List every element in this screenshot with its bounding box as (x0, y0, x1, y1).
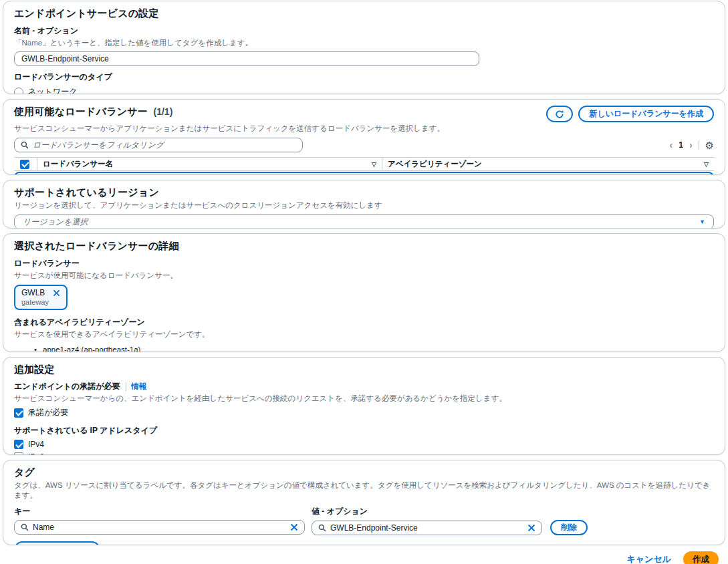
create-endpoint-service-page: エンドポイントサービスの設定 名前 - オプション 「Name」というキーと、指… (0, 0, 728, 564)
radio-network[interactable]: ネットワーク (14, 86, 714, 94)
endpoint-settings-title: エンドポイントサービスの設定 (14, 7, 714, 20)
refresh-button[interactable] (546, 106, 573, 122)
create-button[interactable]: 作成 (683, 551, 719, 564)
filter-row: ‹ 1 › ⚙ (14, 138, 714, 152)
included-az-hint: サービスを使用できるアベイラビリティーゾーンです。 (14, 329, 714, 339)
acceptance-checkbox[interactable] (14, 408, 23, 418)
included-az-label: 含まれるアベイラビリティーゾーン (14, 317, 714, 328)
acceptance-checkbox-row[interactable]: 承諾が必要 (14, 407, 714, 418)
available-lb-card: 使用可能なロードバランサー (1/1) 新しいロードバランサーを作成 サービスコ… (3, 99, 725, 175)
supported-regions-title: サポートされているリージョン (14, 186, 714, 199)
lb-token-top: GWLB (21, 288, 60, 297)
lb-filter-input[interactable] (33, 140, 296, 150)
tags-card: タグ タグは、AWS リソースに割り当てるラベルです。各タグはキーとオプションの… (3, 460, 725, 545)
header-checkbox-cell (14, 158, 37, 170)
tag-value-column: 値 - オプション 削除 (312, 502, 588, 535)
create-lb-button[interactable]: 新しいロードバランサーを作成 (578, 106, 714, 122)
ipv4-checkbox-row[interactable]: IPv4 (14, 440, 714, 449)
radio-network-label: ネットワーク (28, 86, 77, 94)
ipv4-label: IPv4 (28, 440, 44, 449)
acceptance-checkbox-label: 承諾が必要 (28, 407, 68, 418)
tag-key-input[interactable] (33, 523, 286, 532)
available-lb-title-group: 使用可能なロードバランサー (1/1) (14, 106, 172, 118)
search-icon (21, 523, 29, 531)
tag-value-label: 値 - オプション (312, 506, 588, 517)
available-lb-counter: (1/1) (154, 106, 173, 117)
info-link[interactable]: 情報 (132, 382, 147, 392)
lb-token: GWLB gateway (14, 285, 68, 310)
tag-key-box (14, 520, 305, 535)
name-hint: 「Name」というキーと、指定した値を使用してタグを作成します。 (14, 38, 714, 48)
acceptance-label-row: エンドポイントの承諾が必要 情報 (14, 381, 714, 392)
table-settings-gear-icon[interactable]: ⚙ (705, 140, 714, 150)
additional-settings-title: 追加設定 (14, 364, 714, 376)
lb-type-label: ロードバランサーのタイプ (14, 72, 714, 83)
ipv6-checkbox-row[interactable]: IPv6 (14, 452, 714, 455)
lb-table: ロードバランサー名 ▽ アベイラビリティーゾーン ▽ GWLB apne1-az… (14, 157, 714, 175)
tags-description: タグは、AWS リソースに割り当てるラベルです。各タグはキーとオプションの値で構… (14, 480, 714, 501)
remove-tag-button[interactable]: 削除 (550, 520, 588, 535)
page-number[interactable]: 1 (679, 140, 683, 150)
cancel-button[interactable]: キャンセル (626, 553, 671, 564)
acceptance-hint: サービスコンシューマーからの、エンドポイントを経由したサービスへの接続のリクエス… (14, 394, 714, 404)
chevron-down-icon: ▼ (699, 219, 705, 225)
lb-label: ロードバランサー (14, 258, 714, 269)
row-checkbox-cell (15, 175, 38, 176)
acceptance-label: エンドポイントの承諾が必要 (14, 381, 120, 392)
pagination: ‹ 1 › ⚙ (670, 140, 714, 150)
footer-actions: キャンセル 作成 (3, 550, 725, 564)
ipv4-checkbox[interactable] (14, 440, 23, 449)
lb-table-row[interactable]: GWLB apne1-az4 (ap-northeast-1a) (14, 172, 714, 175)
supported-regions-card: サポートされているリージョン リージョンを選択して、アプリケーションまたはサービ… (3, 180, 725, 229)
selected-lb-details-title: 選択されたロードバランサーの詳細 (14, 240, 714, 253)
column-az: アベイラビリティーゾーン ▽ (382, 158, 714, 170)
bullet-icon: • (34, 345, 37, 352)
available-lb-title: 使用可能なロードバランサー (14, 106, 148, 117)
search-icon (318, 524, 326, 532)
pagination-divider (699, 141, 699, 150)
clear-key-icon[interactable] (290, 523, 298, 531)
clear-value-icon[interactable] (527, 524, 535, 532)
supported-regions-description: リージョンを選択して、アプリケーションまたはサービスへのクロスリージョンアクセス… (14, 200, 714, 210)
remove-token-icon[interactable] (53, 289, 60, 297)
prev-page-button[interactable]: ‹ (670, 140, 673, 150)
ipv6-checkbox[interactable] (14, 452, 23, 455)
tag-value-input[interactable] (330, 523, 523, 533)
available-lb-actions: 新しいロードバランサーを作成 (546, 106, 714, 122)
lb-hint: サービスが使用可能になるロードバランサー。 (14, 271, 714, 281)
radio-unselected-icon[interactable] (14, 88, 23, 95)
selected-lb-details-card: 選択されたロードバランサーの詳細 ロードバランサー サービスが使用可能になるロー… (3, 233, 725, 352)
az-list-item: • apne1-az4 (ap-northeast-1a) (34, 345, 714, 352)
name-input[interactable] (14, 51, 479, 66)
search-icon (21, 141, 29, 149)
tags-title: タグ (14, 466, 714, 479)
next-page-button[interactable]: › (689, 140, 693, 150)
region-select-placeholder: リージョンを選択 (23, 217, 88, 228)
region-select[interactable]: リージョンを選択 ▼ (14, 215, 714, 229)
column-lb-name: ロードバランサー名 ▽ (37, 158, 382, 170)
tag-value-row: 削除 (312, 520, 588, 535)
sort-icon[interactable]: ▽ (704, 161, 709, 168)
additional-settings-card: 追加設定 エンドポイントの承諾が必要 情報 サービスコンシューマーからの、エンド… (3, 357, 725, 455)
label-divider (126, 382, 126, 391)
ipv6-label: IPv6 (28, 452, 44, 455)
az-item-text: apne1-az4 (ap-northeast-1a) (43, 345, 140, 352)
select-all-checkbox[interactable] (20, 160, 29, 169)
lb-token-type: gateway (21, 298, 60, 306)
ip-type-label: サポートされている IP アドレスタイプ (14, 425, 714, 436)
refresh-icon (555, 110, 564, 119)
available-lb-description: サービスコンシューマーからアプリケーションまたはサービスにトラフィックを送信する… (14, 124, 714, 134)
tag-value-box (312, 521, 542, 535)
available-lb-header: 使用可能なロードバランサー (1/1) 新しいロードバランサーを作成 (14, 106, 714, 122)
tag-key-column: キー (14, 502, 305, 535)
name-label: 名前 - オプション (14, 25, 714, 37)
lb-token-name: GWLB (21, 288, 45, 297)
endpoint-settings-card: エンドポイントサービスの設定 名前 - オプション 「Name」というキーと、指… (3, 1, 725, 94)
row-checkbox[interactable] (21, 175, 31, 176)
lb-filter-box (14, 138, 303, 152)
tag-key-label: キー (14, 506, 305, 517)
lb-table-header: ロードバランサー名 ▽ アベイラビリティーゾーン ▽ (14, 157, 714, 171)
add-tag-button[interactable]: 新しいタグを追加 (14, 541, 100, 545)
sort-icon[interactable]: ▽ (372, 161, 376, 168)
tag-editor-row: キー 値 - オプション (14, 502, 714, 535)
